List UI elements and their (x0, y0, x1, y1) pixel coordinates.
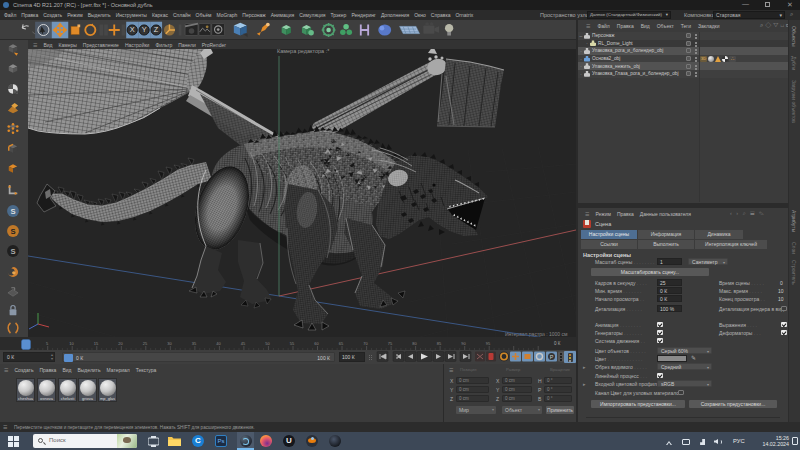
svg-text:S: S (10, 227, 15, 236)
svg-text:40: 40 (216, 341, 221, 346)
svg-text:30: 30 (167, 341, 172, 346)
svg-text:45: 45 (241, 341, 246, 346)
svg-text:25: 25 (143, 341, 148, 346)
svg-text:50: 50 (265, 341, 270, 346)
svg-text:90: 90 (461, 341, 466, 346)
svg-text:85: 85 (437, 341, 442, 346)
svg-text:70: 70 (363, 341, 368, 346)
svg-text:75: 75 (388, 341, 393, 346)
svg-text:65: 65 (339, 341, 344, 346)
svg-text:Z: Z (154, 25, 159, 34)
svg-text:Y: Y (142, 25, 147, 34)
svg-text:20: 20 (118, 341, 123, 346)
svg-text:P: P (550, 354, 554, 360)
svg-text:95: 95 (486, 341, 491, 346)
svg-text:0 К: 0 К (554, 341, 561, 346)
svg-text:10: 10 (69, 341, 74, 346)
svg-text:X: X (130, 25, 135, 34)
svg-text:55: 55 (290, 341, 295, 346)
svg-text:60: 60 (314, 341, 319, 346)
svg-text:S: S (10, 207, 15, 216)
svg-text:15: 15 (94, 341, 99, 346)
svg-text:35: 35 (192, 341, 197, 346)
svg-text:80: 80 (412, 341, 417, 346)
svg-text:S: S (10, 247, 15, 256)
svg-text:5: 5 (46, 341, 49, 346)
